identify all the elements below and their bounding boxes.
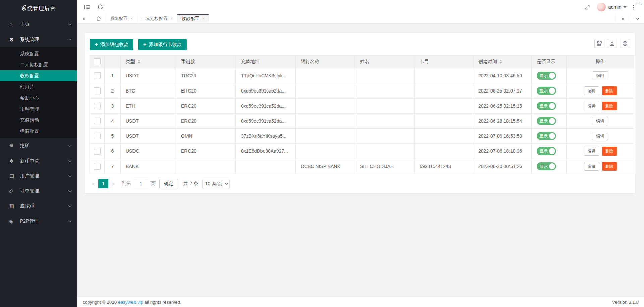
edit-button[interactable]: 编辑 — [584, 147, 599, 156]
columns-filter-button[interactable] — [594, 39, 604, 48]
add-wallet-button[interactable]: + 添加钱包收款 — [90, 39, 133, 50]
column-header: 币链接 — [176, 55, 236, 68]
visibility-toggle[interactable]: 显示 — [537, 132, 556, 140]
tab-active[interactable]: 收款配置× — [177, 14, 209, 23]
sidebar-subitem[interactable]: 币种管理 — [0, 104, 77, 115]
tabs-dropdown-button[interactable] — [630, 14, 644, 23]
sidebar-subitem[interactable]: 弹窗配置 — [0, 126, 77, 137]
cell-name — [355, 68, 415, 83]
visibility-toggle[interactable]: 显示 — [537, 117, 556, 125]
row-checkbox[interactable] — [94, 163, 101, 170]
tab-home[interactable] — [91, 14, 106, 23]
add-bank-card-button[interactable]: + 添加银行卡收款 — [138, 39, 187, 50]
close-icon[interactable]: × — [171, 16, 173, 21]
goto-page-input[interactable] — [134, 179, 148, 188]
delete-button[interactable]: 删除 — [602, 162, 617, 171]
select-all-checkbox[interactable] — [94, 58, 101, 65]
print-icon — [623, 41, 627, 46]
chevron-down-icon — [68, 204, 72, 207]
row-checkbox[interactable] — [94, 148, 101, 155]
visibility-toggle[interactable]: 显示 — [537, 162, 556, 170]
sidebar-item-order-management[interactable]: ◇订单管理 — [0, 183, 77, 198]
sort-icon[interactable] — [138, 60, 140, 64]
fullscreen-icon[interactable] — [582, 2, 592, 12]
edit-button[interactable]: 编辑 — [584, 86, 599, 95]
visibility-toggle[interactable]: 显示 — [537, 102, 556, 110]
users-icon: ▤ — [9, 173, 20, 179]
cell-card-number — [415, 114, 473, 129]
visibility-toggle[interactable]: 显示 — [537, 87, 556, 95]
cell-type: BTC — [121, 83, 176, 99]
row-checkbox[interactable] — [94, 87, 101, 94]
refresh-icon[interactable] — [95, 2, 105, 12]
sidebar-item-label: 新币申请 — [20, 158, 69, 164]
cell-address: 0xd59ec391ca52da... — [236, 114, 296, 129]
edit-button[interactable]: 编辑 — [584, 102, 599, 110]
current-page-button[interactable]: 1 — [98, 179, 108, 188]
print-button[interactable] — [620, 39, 630, 48]
sidebar-item-user-management[interactable]: ▤用户管理 — [0, 168, 77, 183]
sidebar-item-home[interactable]: ⌂主页 — [0, 17, 77, 32]
visibility-toggle[interactable]: 显示 — [537, 72, 556, 80]
sidebar-item-system-management[interactable]: ⚙系统管理 — [0, 32, 77, 47]
cell-chain: ERC20 — [176, 144, 236, 159]
goto-confirm-button[interactable]: 确定 — [159, 179, 178, 188]
tabs-scroll-right-button[interactable]: » — [616, 14, 630, 23]
user-menu[interactable]: admin — [597, 3, 627, 11]
edit-button[interactable]: 编辑 — [593, 132, 608, 140]
cell-chain — [176, 159, 236, 174]
cell-card-number — [415, 129, 473, 144]
tab-item[interactable]: 二元期权配置× — [138, 14, 178, 23]
table-row: 2BTCERC200xd59ec391ca52da...2022-06-25 0… — [90, 83, 634, 99]
delete-button[interactable]: 删除 — [602, 86, 617, 95]
export-button[interactable] — [607, 39, 617, 48]
row-checkbox[interactable] — [94, 103, 101, 109]
sidebar-subitem-active[interactable]: 收款配置 — [0, 70, 77, 81]
edit-button[interactable]: 编辑 — [593, 117, 608, 125]
row-index: 4 — [105, 114, 121, 129]
edit-button[interactable]: 编辑 — [584, 162, 599, 171]
actions-cell: 编辑 — [567, 68, 634, 83]
delete-button[interactable]: 删除 — [602, 102, 617, 110]
row-index: 1 — [105, 68, 121, 83]
actions-cell: 编辑删除 — [567, 144, 634, 159]
edit-button[interactable]: 编辑 — [593, 71, 608, 80]
sidebar-item-label: 虚拟币 — [20, 203, 69, 209]
visibility-toggle[interactable]: 显示 — [537, 147, 556, 155]
row-checkbox[interactable] — [94, 133, 101, 139]
sidebar-subitem[interactable]: 幻灯片 — [0, 81, 77, 93]
sidebar-item-new-coin-apply[interactable]: ✻新币申请 — [0, 153, 77, 168]
toggle-knob — [549, 148, 555, 154]
cell-chain: ERC20 — [176, 99, 236, 114]
sidebar-item-mining[interactable]: ✳挖矿 — [0, 138, 77, 153]
tabs-scroll-left-button[interactable]: « — [77, 14, 91, 23]
more-menu-icon[interactable]: ⋮ — [629, 2, 639, 12]
easyweb-link[interactable]: easyweb.vip — [118, 300, 143, 305]
sidebar-item-label: 订单管理 — [20, 188, 69, 194]
sidebar-fold-icon[interactable] — [82, 2, 92, 12]
index-column-header — [105, 55, 121, 68]
sidebar-nav: ⌂主页⚙系统管理系统配置二元期权配置收款配置幻灯片帮助中心币种管理充值活动弹窗配… — [0, 17, 77, 229]
sidebar-subitem[interactable]: 系统配置 — [0, 48, 77, 59]
close-icon[interactable]: × — [202, 16, 205, 21]
next-page-button[interactable]: > — [110, 181, 117, 187]
column-header: 是否显示 — [532, 55, 567, 68]
sidebar-subitem[interactable]: 二元期权配置 — [0, 59, 77, 70]
sidebar-subitem[interactable]: 帮助中心 — [0, 93, 77, 104]
cell-bank-name — [296, 99, 355, 114]
row-checkbox[interactable] — [94, 118, 101, 124]
page-size-select[interactable]: 10 条/页 — [202, 179, 230, 188]
delete-button[interactable]: 删除 — [602, 147, 617, 156]
prev-page-button[interactable]: < — [90, 181, 97, 187]
sidebar-item-virtual-coin[interactable]: ▥虚拟币 — [0, 198, 77, 213]
row-checkbox[interactable] — [94, 72, 101, 79]
table-row: 7BANKOCBC NISP BANKSITI CHODIJAH69381544… — [90, 159, 634, 174]
cell-type: USDC — [121, 144, 176, 159]
close-icon[interactable]: × — [130, 16, 133, 21]
chevron-down-icon — [68, 189, 72, 192]
export-icon — [610, 41, 614, 46]
sidebar-item-p2p-management[interactable]: ◈P2P管理 — [0, 213, 77, 229]
sidebar-subitem[interactable]: 充值活动 — [0, 115, 77, 126]
sort-icon[interactable] — [499, 60, 502, 64]
tab-item[interactable]: 系统配置× — [106, 14, 138, 23]
